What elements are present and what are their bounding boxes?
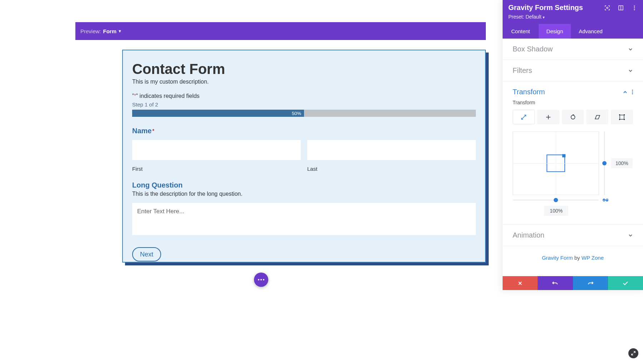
cancel-button[interactable] (503, 276, 538, 290)
last-name-sublabel: Last (307, 166, 476, 172)
save-button[interactable] (608, 276, 643, 290)
panel-title: Gravity Form Settings (508, 4, 604, 12)
first-name-input[interactable] (132, 140, 301, 160)
progress-fill: 50% (132, 110, 304, 117)
redo-button[interactable] (573, 276, 608, 290)
tab-design[interactable]: Design (539, 24, 571, 39)
panel-tabs: Content Design Advanced (503, 24, 643, 39)
credit-link-gravity[interactable]: Gravity Form (542, 255, 573, 261)
svg-line-6 (522, 115, 526, 119)
section-animation[interactable]: Animation (503, 224, 643, 246)
kebab-icon[interactable] (632, 5, 637, 11)
transform-scale-tab[interactable] (513, 110, 535, 124)
chevron-down-icon (628, 233, 633, 238)
undo-button[interactable] (538, 276, 573, 290)
panel-header: Gravity Form Settings Preset: Default▼ (503, 0, 643, 24)
columns-icon[interactable] (618, 5, 624, 11)
last-name-input[interactable] (307, 140, 476, 160)
svg-rect-13 (619, 119, 620, 120)
settings-panel: Gravity Form Settings Preset: Default▼ C… (503, 0, 643, 290)
required-legend: "*" indicates required fields (132, 93, 476, 99)
svg-rect-11 (619, 114, 620, 115)
transform-origin-tab[interactable] (611, 110, 633, 124)
scale-y-value[interactable]: 100% (611, 158, 633, 168)
preview-label: Preview: (80, 28, 101, 34)
section-kebab-icon[interactable] (632, 90, 633, 94)
form-preview: Contact Form This is my custom descripti… (122, 50, 486, 263)
progress-bar: 50% (132, 110, 476, 117)
panel-footer (503, 276, 643, 290)
long-question-textarea[interactable] (132, 203, 476, 235)
chevron-down-icon (628, 47, 633, 52)
transform-option-label: Transform (513, 100, 633, 105)
long-question-label: Long Question (132, 181, 476, 189)
svg-rect-14 (624, 119, 625, 120)
svg-point-4 (634, 7, 635, 8)
required-asterisk-icon: * (152, 128, 154, 134)
preset-selector[interactable]: Preset: Default▼ (508, 14, 637, 20)
step-indicator: Step 1 of 2 (132, 101, 476, 108)
asterisk-icon: * (134, 93, 136, 98)
svg-rect-12 (624, 114, 625, 115)
scale-y-slider[interactable] (604, 131, 605, 195)
name-field-label: Name* (132, 127, 476, 135)
section-transform[interactable]: Transform (503, 81, 643, 98)
next-button[interactable]: Next (132, 247, 161, 261)
transform-translate-tab[interactable] (537, 110, 559, 124)
caret-down-icon[interactable]: ▼ (118, 29, 122, 33)
preview-mode[interactable]: Form (103, 28, 117, 34)
section-box-shadow[interactable]: Box Shadow (503, 39, 643, 60)
credit-line: Gravity Form by WP Zone (503, 246, 643, 271)
svg-point-9 (571, 115, 575, 119)
scale-x-slider[interactable] (513, 200, 599, 200)
first-name-sublabel: First (132, 166, 301, 172)
sections-scroll[interactable]: Box Shadow Filters Transform Transform (503, 39, 643, 276)
section-filters[interactable]: Filters (503, 60, 643, 81)
link-axes-icon[interactable] (603, 198, 608, 202)
expand-panel-button[interactable] (628, 348, 638, 358)
transform-controls: Transform (503, 100, 643, 224)
transform-rotate-tab[interactable] (562, 110, 584, 124)
tab-content[interactable]: Content (503, 24, 539, 39)
form-description: This is my custom description. (132, 79, 476, 85)
long-question-description: This is the description for the long que… (132, 191, 476, 197)
preview-bar: Preview: Form ▼ (75, 22, 486, 40)
chevron-down-icon (628, 68, 633, 73)
form-title: Contact Form (132, 61, 476, 77)
svg-point-3 (634, 5, 635, 6)
chevron-up-icon (623, 90, 628, 95)
transform-preview[interactable] (513, 131, 599, 195)
focus-icon[interactable] (604, 5, 610, 11)
scale-x-value[interactable]: 100% (544, 206, 568, 216)
credit-link-wpzone[interactable]: WP Zone (582, 255, 604, 261)
floating-actions-button[interactable] (254, 273, 268, 287)
transform-skew-tab[interactable] (586, 110, 608, 124)
svg-point-0 (607, 7, 608, 9)
svg-point-5 (634, 9, 635, 10)
tab-advanced[interactable]: Advanced (571, 24, 610, 39)
transform-handle[interactable] (547, 155, 565, 172)
svg-rect-10 (620, 115, 624, 119)
